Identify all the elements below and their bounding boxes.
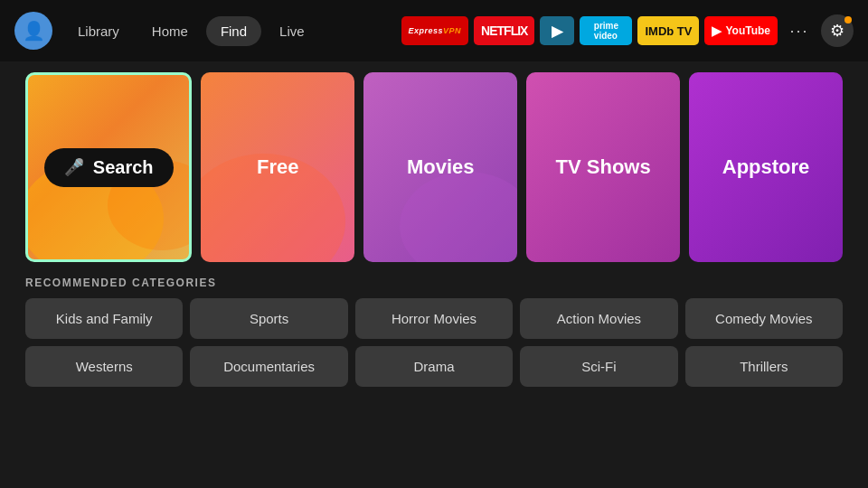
category-comedy-movies[interactable]: Comedy Movies: [685, 298, 843, 339]
tile-movies[interactable]: Movies: [363, 72, 517, 262]
search-pill: 🎤 Search: [44, 148, 174, 187]
nav-home[interactable]: Home: [137, 16, 203, 46]
category-tiles: 🎤 Search Free Movies TV Shows Appstore: [25, 72, 843, 262]
top-nav: 👤 Library Home Find Live ExpressVPN NETF…: [0, 0, 868, 61]
app-expressvpn[interactable]: ExpressVPN: [401, 16, 469, 45]
movies-label: Movies: [407, 155, 475, 179]
categories-grid: Kids and Family Sports Horror Movies Act…: [25, 298, 843, 387]
free-label: Free: [257, 155, 298, 179]
categories-row-2: Westerns Documentaries Drama Sci-Fi Thri…: [25, 346, 843, 387]
category-documentaries[interactable]: Documentaries: [190, 346, 347, 387]
settings-button[interactable]: ⚙: [821, 14, 854, 47]
tile-search[interactable]: 🎤 Search: [25, 72, 192, 262]
nav-find[interactable]: Find: [206, 16, 261, 46]
nav-live[interactable]: Live: [265, 16, 319, 46]
categories-row-1: Kids and Family Sports Horror Movies Act…: [25, 298, 843, 339]
mic-icon: 🎤: [64, 157, 84, 177]
app-prime[interactable]: primevideo: [580, 16, 632, 45]
nav-apps: ExpressVPN NETFLIX ▶ primevideo IMDb TV …: [401, 14, 854, 47]
category-thrillers[interactable]: Thrillers: [685, 346, 843, 387]
category-kids-family[interactable]: Kids and Family: [25, 298, 183, 339]
category-action-movies[interactable]: Action Movies: [520, 298, 677, 339]
more-apps-button[interactable]: ···: [783, 14, 816, 47]
settings-notification-dot: [844, 16, 852, 23]
category-westerns[interactable]: Westerns: [25, 346, 183, 387]
avatar[interactable]: 👤: [14, 12, 52, 50]
search-label: Search: [93, 157, 154, 178]
category-sports[interactable]: Sports: [190, 298, 347, 339]
recommended-section-title: RECOMMENDED CATEGORIES: [25, 277, 843, 289]
tile-tvshows[interactable]: TV Shows: [526, 72, 680, 262]
nav-links: Library Home Find Live: [63, 16, 319, 46]
tvshows-label: TV Shows: [556, 155, 651, 179]
category-drama[interactable]: Drama: [355, 346, 513, 387]
app-youtube[interactable]: ▶ YouTube: [704, 16, 778, 45]
nav-library[interactable]: Library: [63, 16, 134, 46]
tile-appstore[interactable]: Appstore: [689, 72, 843, 262]
app-imdb[interactable]: IMDb TV: [637, 16, 699, 45]
app-netflix[interactable]: NETFLIX: [474, 16, 534, 45]
category-horror-movies[interactable]: Horror Movies: [355, 298, 513, 339]
main-content: 🎤 Search Free Movies TV Shows Appstore R…: [0, 61, 868, 387]
tile-free[interactable]: Free: [201, 72, 354, 262]
app-freevee[interactable]: ▶: [540, 16, 574, 45]
avatar-icon: 👤: [23, 20, 45, 42]
settings-icon: ⚙: [830, 21, 844, 41]
category-sci-fi[interactable]: Sci-Fi: [520, 346, 677, 387]
appstore-label: Appstore: [722, 155, 810, 179]
